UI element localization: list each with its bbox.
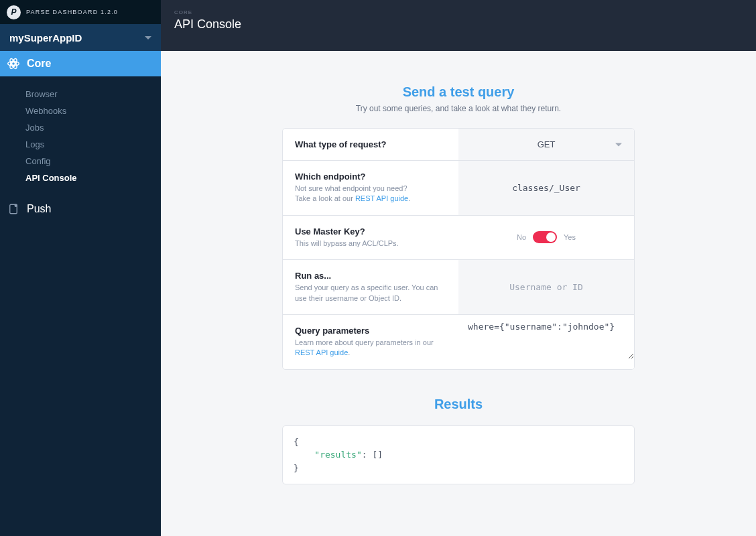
svg-point-0 bbox=[12, 62, 15, 66]
toggle-no-label: No bbox=[517, 233, 526, 241]
select-request-type[interactable]: GET bbox=[458, 129, 634, 160]
link-rest-api-guide[interactable]: REST API guide bbox=[355, 194, 408, 202]
sidebar: P PARSE DASHBOARD 1.2.0 mySuperAppID Cor… bbox=[0, 0, 161, 536]
core-subitems: Browser Webhooks Jobs Logs Config API Co… bbox=[0, 76, 161, 196]
app-selector[interactable]: mySuperAppID bbox=[0, 24, 161, 51]
label-run-as: Run as... bbox=[295, 271, 446, 281]
sidebar-item-logs[interactable]: Logs bbox=[25, 136, 161, 153]
app-name: mySuperAppID bbox=[9, 32, 82, 44]
sidebar-item-browser[interactable]: Browser bbox=[25, 86, 161, 103]
sidebar-item-webhooks[interactable]: Webhooks bbox=[25, 103, 161, 119]
header: CORE API Console bbox=[161, 0, 756, 51]
svg-point-5 bbox=[15, 204, 18, 208]
desc-endpoint: Not sure what endpoint you need? Take a … bbox=[295, 184, 446, 204]
sidebar-item-api-console[interactable]: API Console bbox=[25, 170, 161, 186]
main: CORE API Console Send a test query Try o… bbox=[161, 0, 756, 536]
row-endpoint: Which endpoint? Not sure what endpoint y… bbox=[283, 161, 634, 216]
breadcrumb: CORE bbox=[174, 9, 743, 15]
chevron-down-icon bbox=[145, 36, 151, 40]
core-label: Core bbox=[27, 58, 51, 70]
input-endpoint[interactable] bbox=[458, 161, 634, 215]
brand-bar: P PARSE DASHBOARD 1.2.0 bbox=[0, 0, 161, 24]
sidebar-item-jobs[interactable]: Jobs bbox=[25, 119, 161, 136]
brand-text: PARSE DASHBOARD 1.2.0 bbox=[26, 9, 118, 15]
sidebar-section-core[interactable]: Core bbox=[0, 51, 161, 76]
textarea-query-params[interactable] bbox=[458, 315, 634, 359]
label-endpoint: Which endpoint? bbox=[295, 172, 446, 182]
parse-logo-icon: P bbox=[7, 5, 21, 19]
desc-run-as: Send your query as a specific user. You … bbox=[295, 283, 446, 304]
push-label: Push bbox=[27, 203, 51, 215]
core-icon bbox=[7, 57, 20, 70]
row-request-type: What type of request? GET bbox=[283, 129, 634, 161]
form-title: Send a test query bbox=[282, 84, 635, 100]
content: Send a test query Try out some queries, … bbox=[161, 51, 756, 536]
toggle-master-key[interactable] bbox=[533, 231, 557, 243]
chevron-down-icon bbox=[615, 143, 622, 146]
sidebar-section-push[interactable]: Push bbox=[0, 196, 161, 222]
label-query-params: Query parameters bbox=[295, 326, 446, 336]
results-title: Results bbox=[282, 397, 635, 412]
desc-query-params: Learn more about query parameters in our… bbox=[295, 338, 446, 358]
input-run-as[interactable] bbox=[458, 260, 634, 314]
toggle-yes-label: Yes bbox=[564, 233, 576, 241]
form-card: What type of request? GET Which endpoint… bbox=[282, 128, 635, 370]
row-master-key: Use Master Key? This will bypass any ACL… bbox=[283, 216, 634, 260]
push-icon bbox=[7, 202, 20, 216]
sidebar-item-config[interactable]: Config bbox=[25, 153, 161, 170]
row-run-as: Run as... Send your query as a specific … bbox=[283, 260, 634, 315]
label-request-type: What type of request? bbox=[295, 139, 446, 149]
label-master-key: Use Master Key? bbox=[295, 226, 446, 237]
select-request-type-value: GET bbox=[538, 139, 556, 149]
page-title: API Console bbox=[174, 17, 743, 31]
row-query-params: Query parameters Learn more about query … bbox=[283, 315, 634, 369]
desc-master-key: This will bypass any ACL/CLPs. bbox=[295, 239, 446, 249]
form-subtitle: Try out some queries, and take a look at… bbox=[282, 104, 635, 113]
link-rest-api-guide-2[interactable]: REST API guide bbox=[295, 348, 348, 356]
results-body: { "results": [] } bbox=[282, 425, 635, 485]
